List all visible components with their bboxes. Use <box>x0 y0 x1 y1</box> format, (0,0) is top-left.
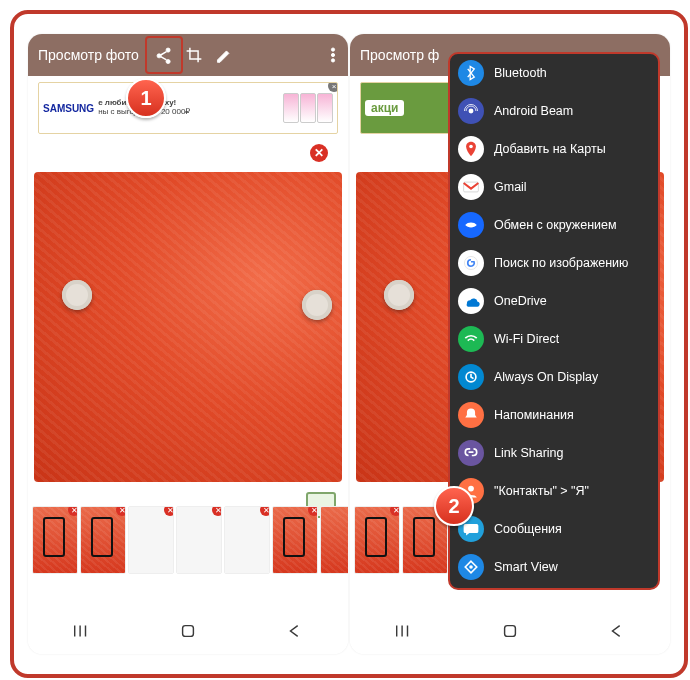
nearby-share-icon <box>458 212 484 238</box>
camera-knob <box>384 280 414 310</box>
wifi-direct-icon <box>458 326 484 352</box>
android-beam-icon <box>458 98 484 124</box>
share-option-gmail[interactable]: Gmail <box>450 168 658 206</box>
share-option-nearby-share[interactable]: Обмен с окружением <box>450 206 658 244</box>
system-nav <box>350 612 670 654</box>
share-option-link-sharing[interactable]: Link Sharing <box>450 434 658 472</box>
nav-back[interactable] <box>608 622 626 644</box>
delete-icon[interactable]: ✕ <box>116 506 126 516</box>
share-option-messages[interactable]: Сообщения <box>450 510 658 548</box>
share-option-google-lens[interactable]: Поиск по изображению <box>450 244 658 282</box>
camera-knob <box>62 280 92 310</box>
phone-right: Просмотр ф акци 18+ АО «Тинькофф Банк» ✕… <box>350 34 670 654</box>
reminders-icon <box>458 402 484 428</box>
thumbnail[interactable]: ✕ <box>176 506 222 574</box>
delete-icon[interactable]: ✕ <box>260 506 270 516</box>
share-option-label: "Контакты" > "Я" <box>494 484 589 498</box>
share-option-label: Напоминания <box>494 408 574 422</box>
delete-icon[interactable]: ✕ <box>164 506 174 516</box>
photo-view[interactable] <box>34 172 342 482</box>
share-option-label: Always On Display <box>494 370 598 384</box>
share-option-reminders[interactable]: Напоминания <box>450 396 658 434</box>
ad-banner[interactable]: SAMSUNG е любимым Galaxy! ны с выгодой д… <box>38 82 338 134</box>
share-option-label: Сообщения <box>494 522 562 536</box>
ad-label: акци <box>365 100 404 116</box>
delete-icon[interactable]: ✕ <box>212 506 222 516</box>
bluetooth-icon <box>458 60 484 86</box>
maps-add-icon <box>458 136 484 162</box>
ad-thumbs <box>283 93 333 123</box>
share-option-label: Android Beam <box>494 104 573 118</box>
toolbar-title: Просмотр ф <box>350 47 449 63</box>
nav-recents[interactable] <box>72 622 90 644</box>
smart-view-icon <box>458 554 484 580</box>
share-sheet: BluetoothAndroid BeamДобавить на КартыGm… <box>448 52 660 590</box>
share-option-label: Smart View <box>494 560 558 574</box>
thumbnail-strip[interactable]: ✕✕✕✕✕✕✕ <box>32 506 344 574</box>
camera-knob <box>302 290 332 320</box>
crop-icon[interactable] <box>179 34 209 76</box>
share-option-wifi-direct[interactable]: Wi-Fi Direct <box>450 320 658 358</box>
share-option-label: Обмен с окружением <box>494 218 617 232</box>
nav-recents[interactable] <box>394 622 412 644</box>
ad-close-icon[interactable]: × <box>328 82 338 92</box>
share-option-onedrive[interactable]: OneDrive <box>450 282 658 320</box>
step-badge-1: 1 <box>126 78 166 118</box>
close-icon[interactable]: ✕ <box>310 144 328 162</box>
share-option-label: Gmail <box>494 180 527 194</box>
share-option-contacts-me[interactable]: "Контакты" > "Я" <box>450 472 658 510</box>
ad-brand: SAMSUNG <box>43 103 94 114</box>
nav-back[interactable] <box>286 622 304 644</box>
phone-left: Просмотр фото SAMSUNG е любимым Galaxy! … <box>28 34 348 654</box>
nav-home[interactable] <box>179 622 197 644</box>
aod-icon <box>458 364 484 390</box>
google-lens-icon <box>458 250 484 276</box>
link-sharing-icon <box>458 440 484 466</box>
onedrive-icon <box>458 288 484 314</box>
share-option-label: OneDrive <box>494 294 547 308</box>
share-option-label: Поиск по изображению <box>494 256 628 270</box>
nav-home[interactable] <box>501 622 519 644</box>
share-option-bluetooth[interactable]: Bluetooth <box>450 54 658 92</box>
tutorial-frame: Просмотр фото SAMSUNG е любимым Galaxy! … <box>10 10 688 678</box>
more-icon[interactable] <box>318 34 348 76</box>
toolbar: Просмотр фото <box>28 34 348 76</box>
thumbnail[interactable]: ✕ <box>272 506 318 574</box>
thumbnail[interactable]: ✕ <box>224 506 270 574</box>
toolbar-title: Просмотр фото <box>28 47 149 63</box>
thumbnail[interactable]: ✕ <box>80 506 126 574</box>
share-option-aod[interactable]: Always On Display <box>450 358 658 396</box>
thumbnail[interactable]: ✕ <box>354 506 400 574</box>
system-nav <box>28 612 348 654</box>
step-badge-2: 2 <box>434 486 474 526</box>
share-highlight <box>145 36 183 74</box>
delete-icon[interactable]: ✕ <box>308 506 318 516</box>
share-option-label: Link Sharing <box>494 446 564 460</box>
share-option-label: Добавить на Карты <box>494 142 606 156</box>
thumbnail[interactable]: ✕ <box>320 506 348 574</box>
share-icon[interactable] <box>149 34 179 76</box>
edit-icon[interactable] <box>209 34 239 76</box>
share-option-maps-add[interactable]: Добавить на Карты <box>450 130 658 168</box>
gmail-icon <box>458 174 484 200</box>
delete-icon[interactable]: ✕ <box>390 506 400 516</box>
share-option-smart-view[interactable]: Smart View <box>450 548 658 586</box>
thumbnail[interactable]: ✕ <box>32 506 78 574</box>
delete-icon[interactable]: ✕ <box>68 506 78 516</box>
thumbnail[interactable]: ✕ <box>128 506 174 574</box>
share-option-label: Bluetooth <box>494 66 547 80</box>
share-option-label: Wi-Fi Direct <box>494 332 559 346</box>
share-option-android-beam[interactable]: Android Beam <box>450 92 658 130</box>
